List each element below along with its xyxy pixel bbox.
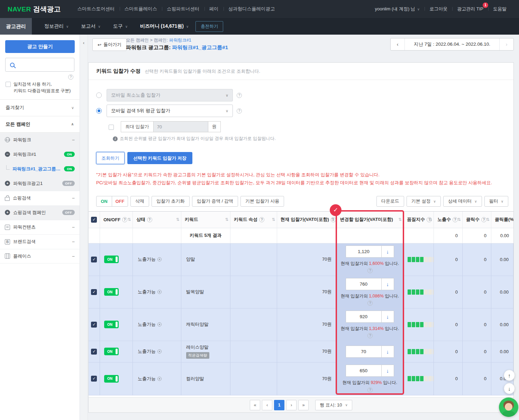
use-default-bid-button[interactable]: 기본 입찰가 사용 <box>240 196 284 207</box>
collapse-minus-icon[interactable]: − <box>72 239 75 244</box>
menu-bizmoney[interactable]: 비즈머니 (14,671원)∨ <box>140 23 189 29</box>
chat-support-avatar[interactable] <box>499 397 518 417</box>
help-icon[interactable]: ? <box>481 217 486 222</box>
on-toggle[interactable]: ON <box>104 348 119 355</box>
help-icon[interactable]: ? <box>453 217 458 222</box>
expand-circle-icon[interactable]: + <box>5 181 10 186</box>
detail-data-dropdown[interactable]: 상세 데이터∨ <box>443 196 482 207</box>
help-icon[interactable]: ? <box>367 268 373 273</box>
tree-campaign-powerlink1[interactable]: − 파워링크#1 ON <box>0 147 80 162</box>
sort-icon[interactable]: ⇅ <box>128 217 131 222</box>
collapse-minus-icon[interactable]: − <box>72 195 75 201</box>
header-keyword-attr[interactable]: 키워드 속성?⇅ <box>230 212 277 228</box>
bid-lower-button[interactable]: ↓ <box>382 365 394 377</box>
collapse-circle-icon[interactable]: − <box>5 152 10 157</box>
header-quality[interactable]: 품질지수?⇅ <box>403 212 434 228</box>
create-ad-button[interactable]: 광고 만들기 <box>5 40 75 53</box>
date-prev-button[interactable]: ‹ <box>391 42 404 47</box>
bid-lower-button[interactable]: ↓ <box>382 346 394 358</box>
help-icon[interactable]: ? <box>259 217 264 222</box>
tree-place-type[interactable]: 플레이스 − <box>0 249 80 263</box>
tree-adgroup-selected[interactable]: 파워링크#1_광고그룹… ON <box>0 162 80 176</box>
keyword-search-box[interactable] <box>5 58 74 72</box>
new-bid-input[interactable] <box>346 278 382 290</box>
download-button[interactable]: 다운로드 <box>376 196 404 207</box>
tab-ad-management[interactable]: 광고관리 <box>0 18 32 35</box>
bid-lower-button[interactable]: ↓ <box>382 278 394 290</box>
match-search-checkbox[interactable] <box>6 82 11 87</box>
sort-icon[interactable]: ⇅ <box>486 217 490 222</box>
tree-powerlink-type[interactable]: 파워링크 − <box>0 133 80 147</box>
header-current-bid[interactable]: 현재 입찰가(VAT미포함)?⇅ <box>277 212 337 228</box>
basic-settings-dropdown[interactable]: 기본 설정∨ <box>407 196 441 207</box>
row-checkbox[interactable] <box>91 322 97 328</box>
status-info-icon[interactable] <box>157 290 162 294</box>
prev-page-button[interactable]: ‹ <box>262 400 272 410</box>
bulk-off-button[interactable]: OFF <box>112 196 128 206</box>
date-next-button[interactable]: › <box>500 42 513 47</box>
collapse-minus-icon[interactable]: − <box>72 253 75 259</box>
breadcrumb-campaign-link[interactable]: 파워링크#1 <box>169 38 191 43</box>
help-icon[interactable]: ? <box>68 74 73 80</box>
link-display-ads[interactable]: 성과형디스플레이광고 <box>224 6 280 12</box>
sort-icon[interactable]: ⇅ <box>398 217 402 222</box>
new-bid-input[interactable] <box>346 365 382 377</box>
row-checkbox[interactable] <box>91 257 97 262</box>
row-checkbox[interactable] <box>91 376 97 382</box>
bid-option-radio-1[interactable] <box>96 92 102 98</box>
bulk-on-button[interactable]: ON <box>97 196 112 206</box>
sort-icon[interactable]: ⇅ <box>331 217 335 222</box>
help-icon[interactable]: ? <box>147 217 152 222</box>
menu-report[interactable]: 보고서∨ <box>81 23 100 29</box>
back-button[interactable]: ↩ 돌아가기 <box>92 38 127 51</box>
rows-per-page-select[interactable]: 행 표시: 10 ∨ <box>315 400 352 410</box>
sort-icon[interactable]: ⇅ <box>429 217 432 222</box>
save-selected-bids-button[interactable]: 선택한 키워드 입찰가 저장 <box>127 152 192 164</box>
bid-reset-button[interactable]: 입찰가 초기화 <box>152 196 190 207</box>
new-bid-input[interactable] <box>346 311 382 323</box>
next-page-button[interactable]: › <box>286 400 297 410</box>
account-menu[interactable]: yoonlim (내 계정) 님 ∨ <box>370 6 425 12</box>
header-clicks[interactable]: 클릭수?⇅ <box>463 212 491 228</box>
header-keyword[interactable]: 키워드⇅ <box>181 212 230 228</box>
on-toggle[interactable]: ON <box>104 256 119 263</box>
header-impressions[interactable]: 노출수?⇅ <box>434 212 463 228</box>
link-smartstore[interactable]: 스마트스토어센터 <box>73 6 120 12</box>
sort-icon[interactable]: ⇅ <box>457 217 461 222</box>
status-info-icon[interactable] <box>157 377 162 381</box>
max-bid-checkbox[interactable] <box>109 125 114 130</box>
bid-option-select[interactable]: 모바일 검색 5위 평균 입찰가 ∨ <box>107 105 233 117</box>
favorites-section[interactable]: 즐겨찾기 ∨ <box>0 99 80 116</box>
adgroup-link[interactable]: 파워링크#1_광고그룹#1 <box>172 44 228 50</box>
help-menu[interactable]: 도움말 <box>488 6 511 12</box>
status-info-icon[interactable] <box>157 322 162 327</box>
help-icon[interactable]: ? <box>237 93 242 98</box>
bid-lower-button[interactable]: ↓ <box>382 311 394 323</box>
tree-brandsearch-type[interactable]: B 브랜드검색 − <box>0 234 80 249</box>
tree-campaign-powerlink-ad1[interactable]: + 파워링크광고1 OFF <box>0 176 80 191</box>
help-icon[interactable]: ? <box>237 108 242 114</box>
status-info-icon[interactable] <box>157 257 162 261</box>
sort-icon[interactable]: ⇅ <box>176 217 180 222</box>
header-new-bid[interactable]: 변경할 입찰가(VAT미포함)⇅ <box>336 212 403 228</box>
link-shopping-partner[interactable]: 쇼핑파트너센터 <box>162 6 204 12</box>
query-button[interactable]: 조회하기 <box>96 152 125 164</box>
search-input[interactable] <box>17 62 71 68</box>
new-bid-input[interactable] <box>346 245 382 258</box>
bid-option-radio-2[interactable] <box>96 108 102 114</box>
logout-button[interactable]: 로그아웃 <box>425 6 452 12</box>
header-ctr[interactable]: 클릭률(%)? <box>491 212 513 228</box>
charge-button[interactable]: 충전하기 <box>195 21 223 32</box>
page-1-button[interactable]: 1 <box>274 400 284 410</box>
delete-button[interactable]: 삭제 <box>130 196 149 207</box>
scroll-down-button[interactable]: ↓ <box>504 383 515 394</box>
tree-shopping-type[interactable]: 쇼핑검색 − <box>0 191 80 205</box>
header-onoff[interactable]: ON/OFF?⇅ <box>100 212 133 228</box>
sidebar-collapse-button[interactable]: ‹ <box>81 40 86 45</box>
row-checkbox[interactable] <box>91 349 97 355</box>
filter-dropdown[interactable]: 필터∨ <box>484 196 508 207</box>
last-page-button[interactable]: » <box>298 400 309 410</box>
on-toggle[interactable]: ON <box>104 288 119 296</box>
all-campaigns-section[interactable]: 모든 캠페인 ∧ <box>0 116 80 133</box>
scroll-up-button[interactable]: ↑ <box>504 370 515 381</box>
